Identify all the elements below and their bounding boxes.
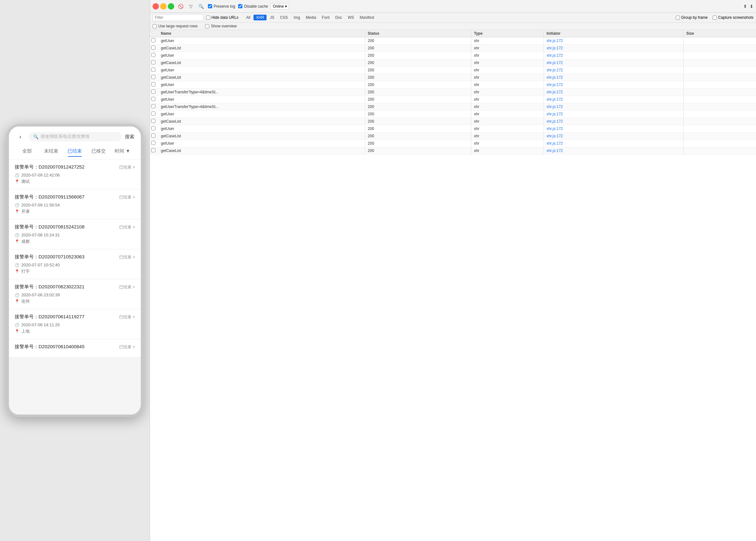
tab-closed[interactable]: 已结束 <box>63 146 87 157</box>
list-item[interactable]: 接警单号：D2020070815242108 已结束 > 🕐 2020-07-0… <box>9 220 141 249</box>
row-checkbox-13[interactable] <box>151 134 155 138</box>
row-size <box>684 106 756 108</box>
list-item[interactable]: 接警单号：D2020070912427252 已结束 > 🕐 2020-07-0… <box>9 160 141 189</box>
tab-xhr[interactable]: XHR <box>253 15 267 20</box>
list-item[interactable]: 接警单号：D2020070623022321 已结束 > 🕐 2020-07-0… <box>9 279 141 309</box>
online-selector[interactable]: Online ▾ <box>271 3 290 10</box>
header-initiator: Initiator <box>544 30 684 37</box>
disable-cache-checkbox[interactable] <box>238 4 242 8</box>
devtools-toolbar: 🚫 ▽ 🔍 Preserve log Disable cache Online … <box>150 0 756 13</box>
row-size <box>684 150 756 152</box>
table-row[interactable]: getCaseList 200 xhr xhr.js:172 <box>150 74 756 81</box>
capture-screenshots-checkbox[interactable] <box>713 16 717 20</box>
tab-ws[interactable]: WS <box>345 15 356 20</box>
row-checkbox-8[interactable] <box>151 97 155 101</box>
row-size <box>684 120 756 123</box>
table-row[interactable]: getUser 200 xhr xhr.js:172 <box>150 37 756 45</box>
tab-manifest[interactable]: Manifest <box>357 15 377 20</box>
table-row[interactable]: getCaseList 200 xhr xhr.js:172 <box>150 59 756 67</box>
filter-input[interactable] <box>152 14 203 21</box>
table-row[interactable]: getUserTransfer?type=4&timeSt... 200 xhr… <box>150 103 756 111</box>
no-entry-icon[interactable]: 🚫 <box>177 3 184 10</box>
tab-time[interactable]: 时间 ▼ <box>111 146 134 157</box>
tab-css[interactable]: CSS <box>277 15 290 20</box>
disable-cache-label[interactable]: Disable cache <box>244 4 268 9</box>
row-checkbox-15[interactable] <box>151 148 155 152</box>
close-window-button[interactable] <box>152 3 159 10</box>
preserve-log-label[interactable]: Preserve log <box>214 4 235 9</box>
row-name: getUserTransfer?type=4&timeSt... <box>158 89 365 96</box>
row-checkbox-11[interactable] <box>151 119 155 123</box>
show-overview-checkbox[interactable] <box>205 24 209 28</box>
show-overview-option[interactable]: Show overview <box>205 24 237 28</box>
case-status: 已结束 > <box>119 224 135 230</box>
row-status: 200 <box>365 89 471 96</box>
back-button[interactable]: ‹ <box>15 132 26 142</box>
header-name: Name <box>158 30 365 37</box>
row-checkbox-14[interactable] <box>151 141 155 145</box>
row-checkbox-1[interactable] <box>151 46 155 50</box>
list-item[interactable]: 接警单号：D2020070610400845 已结束 > <box>9 339 141 357</box>
row-status: 200 <box>365 140 471 147</box>
use-large-rows-label: Use large request rows <box>158 24 197 28</box>
download-icon[interactable]: ⬇ <box>750 4 753 9</box>
row-initiator: xhr.js:172 <box>544 118 684 125</box>
minimize-window-button[interactable] <box>160 3 166 10</box>
table-row[interactable]: getCaseList 200 xhr xhr.js:172 <box>150 118 756 125</box>
table-row[interactable]: getCaseList 200 xhr xhr.js:172 <box>150 133 756 140</box>
row-checkbox-0[interactable] <box>151 38 155 42</box>
row-checkbox-5[interactable] <box>151 75 155 79</box>
row-name: getCaseList <box>158 147 365 154</box>
list-item[interactable]: 接警单号：D2020070911566067 已结束 > 🕐 2020-07-0… <box>9 190 141 219</box>
row-checkbox-4[interactable] <box>151 68 155 72</box>
tab-js[interactable]: JS <box>267 15 277 20</box>
clock-icon: 🕐 <box>15 173 19 178</box>
table-row[interactable]: getUser 200 xhr xhr.js:172 <box>150 81 756 89</box>
row-checkbox-6[interactable] <box>151 82 155 86</box>
tab-all-type[interactable]: All <box>244 15 253 20</box>
use-large-rows-option[interactable]: Use large request rows <box>152 24 197 28</box>
row-name: getUser <box>158 96 365 103</box>
hide-data-urls-label[interactable]: Hide data URLs <box>211 15 239 20</box>
tab-img[interactable]: Img <box>291 15 303 20</box>
search-button[interactable]: 搜索 <box>125 134 134 140</box>
row-size <box>684 84 756 86</box>
row-checkbox-7[interactable] <box>151 90 155 94</box>
tab-open[interactable]: 未结束 <box>39 146 63 157</box>
search-icon[interactable]: 🔍 <box>197 3 205 10</box>
group-by-frame-label[interactable]: Group by frame <box>681 15 708 20</box>
maximize-window-button[interactable] <box>168 3 174 10</box>
row-checkbox-2[interactable] <box>151 53 155 57</box>
row-checkbox-3[interactable] <box>151 60 155 64</box>
table-row[interactable]: getUserTransfer?type=4&timeSt... 200 xhr… <box>150 89 756 96</box>
row-initiator: xhr.js:172 <box>544 74 684 81</box>
filter-icon[interactable]: ▽ <box>187 3 194 10</box>
tab-all[interactable]: 全部 <box>15 146 39 157</box>
row-checkbox-12[interactable] <box>151 126 155 130</box>
table-row[interactable]: getUser 200 xhr xhr.js:172 <box>150 111 756 118</box>
row-checkbox-10[interactable] <box>151 112 155 116</box>
table-row[interactable]: getUser 200 xhr xhr.js:172 <box>150 52 756 59</box>
list-item[interactable]: 接警单号：D2020070710523063 已结束 > 🕐 2020-07-0… <box>9 250 141 279</box>
row-status: 200 <box>365 37 471 44</box>
capture-screenshots-label[interactable]: Capture screenshots <box>718 15 753 20</box>
upload-icon[interactable]: ⬆ <box>743 4 747 9</box>
tab-transferred[interactable]: 已移交 <box>87 146 111 157</box>
row-checkbox-9[interactable] <box>151 104 155 108</box>
table-row[interactable]: getCaseList 200 xhr xhr.js:172 <box>150 147 756 155</box>
table-row[interactable]: getUser 200 xhr xhr.js:172 <box>150 67 756 74</box>
tab-doc[interactable]: Doc <box>333 15 345 20</box>
table-row[interactable]: getCaseList 200 xhr xhr.js:172 <box>150 45 756 52</box>
hide-data-urls-checkbox[interactable] <box>206 16 210 20</box>
table-row[interactable]: getUser 200 xhr xhr.js:172 <box>150 96 756 103</box>
table-row[interactable]: getUser 200 xhr xhr.js:172 <box>150 125 756 133</box>
tab-media[interactable]: Media <box>303 15 319 20</box>
group-by-frame-checkbox[interactable] <box>676 16 680 20</box>
list-item[interactable]: 接警单号：D2020070614119277 已结束 > 🕐 2020-07-0… <box>9 309 141 339</box>
location-icon: 📍 <box>15 239 19 244</box>
tab-font[interactable]: Font <box>319 15 332 20</box>
preserve-log-checkbox[interactable] <box>208 4 212 8</box>
table-row[interactable]: getUser 200 xhr xhr.js:172 <box>150 140 756 147</box>
row-type: xhr <box>471 81 544 88</box>
use-large-rows-checkbox[interactable] <box>152 24 157 28</box>
